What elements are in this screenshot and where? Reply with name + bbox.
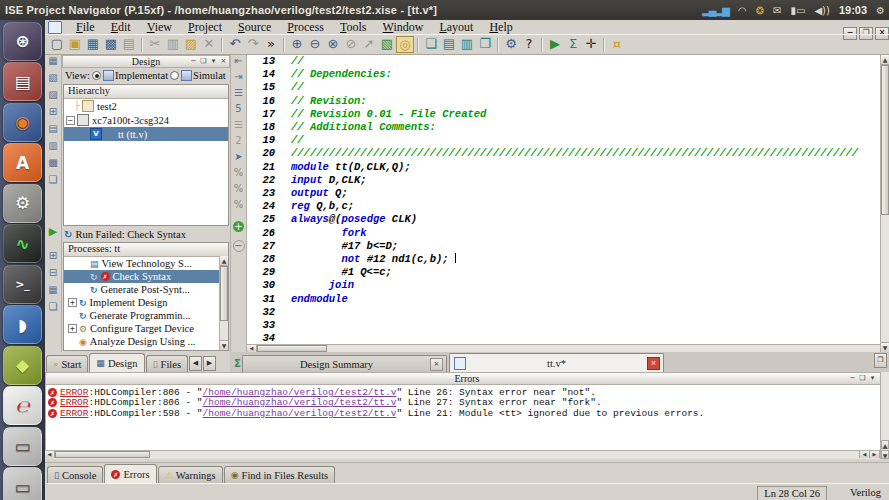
panel-float-icon[interactable]: ❏ bbox=[858, 373, 867, 383]
dock-item-document-app[interactable]: ℮ bbox=[3, 386, 42, 425]
errors-vertical-scrollbar[interactable]: ▲ ▼ bbox=[880, 372, 889, 459]
menu-source[interactable]: Source bbox=[230, 20, 279, 35]
editor-horizontal-scrollbar[interactable]: ◀ bbox=[247, 344, 880, 352]
indent-icon[interactable]: ⇥ bbox=[231, 71, 246, 87]
remove-icon[interactable]: − bbox=[233, 240, 245, 252]
scroll-up-icon[interactable]: ▲ bbox=[881, 440, 889, 449]
process-generate-post[interactable]: ↻ Generate Post-Synt... bbox=[64, 283, 228, 296]
tabs-scroll-left[interactable]: ◀ bbox=[189, 356, 202, 371]
bookmark-list-icon[interactable]: ☰ bbox=[231, 119, 246, 135]
implementation-label[interactable]: Implementat bbox=[115, 70, 168, 81]
tab-find-in-files[interactable]: ◉ Find in Files Results bbox=[224, 466, 336, 483]
comment-icon-3[interactable]: % bbox=[231, 199, 246, 215]
collapse-icon[interactable]: − bbox=[66, 116, 75, 125]
wrench-icon[interactable]: ⚙ bbox=[502, 36, 520, 53]
add-icon[interactable]: + bbox=[233, 221, 244, 232]
scroll-left-icon[interactable]: ◀ bbox=[45, 451, 55, 458]
open-icon[interactable]: ▣ bbox=[66, 36, 84, 53]
error-file-link[interactable]: /home/huangzhao/verilog/test2/tt.v bbox=[203, 408, 397, 419]
outdent-icon[interactable]: ⇤ bbox=[231, 55, 246, 71]
code-editor[interactable]: 13// 14// Dependencies: 15// 16// Revisi… bbox=[247, 55, 880, 344]
cascade-windows-icon[interactable]: ❏ bbox=[422, 36, 440, 53]
print-icon[interactable]: ▤ bbox=[120, 36, 138, 53]
dock-item-cube-app[interactable]: ◆ bbox=[3, 346, 42, 385]
tab-errors[interactable]: ✗ Errors bbox=[104, 464, 156, 483]
save-all-icon[interactable]: ▩ bbox=[102, 36, 120, 53]
menu-window[interactable]: Window bbox=[375, 20, 432, 35]
panel-pin-icon[interactable]: ▾ bbox=[868, 373, 877, 383]
processes-header[interactable]: Processes: tt bbox=[64, 243, 228, 257]
battery-icon[interactable]: ▮▭ bbox=[790, 5, 805, 16]
check-doc-icon[interactable]: ▧ bbox=[378, 36, 396, 53]
scroll-thumb[interactable] bbox=[55, 451, 150, 458]
window-icon[interactable]: ❏ bbox=[45, 301, 61, 318]
rerun-icon[interactable]: ↻ bbox=[64, 229, 72, 240]
scroll-up-icon[interactable]: ▲ bbox=[220, 256, 228, 266]
menu-process[interactable]: Process bbox=[279, 20, 332, 35]
lightbulb-icon[interactable]: ¤ bbox=[608, 36, 626, 53]
strip-icon-8[interactable]: ❏ bbox=[45, 174, 61, 191]
zoom-in-icon[interactable]: ⊕ bbox=[288, 36, 306, 53]
expand-icon[interactable]: + bbox=[68, 298, 77, 307]
menu-view[interactable]: View bbox=[139, 20, 180, 35]
scroll-thumb[interactable] bbox=[220, 266, 228, 321]
menu-file[interactable]: File bbox=[68, 20, 103, 35]
tree-item-device[interactable]: − xc7a100t-3csg324 bbox=[64, 113, 228, 127]
process-check-syntax[interactable]: ↻ ✗ Check Syntax bbox=[64, 270, 228, 283]
tile-horizontal-icon[interactable]: ▤ bbox=[440, 36, 458, 53]
panel-close-icon[interactable]: × bbox=[219, 56, 228, 66]
scroll-down-icon[interactable]: ▼ bbox=[220, 340, 228, 350]
tab-files[interactable]: ▯ Files bbox=[146, 355, 188, 372]
undo-icon[interactable]: ↶ bbox=[226, 36, 244, 53]
tab-design[interactable]: ▦ Design bbox=[89, 353, 144, 372]
process-view-technology[interactable]: ▤ View Technology S... bbox=[64, 257, 228, 270]
dock-item-firefox[interactable]: ◉ bbox=[3, 103, 42, 142]
close-tab-icon[interactable]: × bbox=[430, 358, 443, 371]
scroll-left-icon[interactable]: ◀ bbox=[859, 451, 870, 458]
find-active-icon[interactable]: ◎ bbox=[396, 36, 414, 53]
dock-item-settings[interactable]: ⚙ bbox=[3, 184, 42, 223]
zoom-out-icon[interactable]: ⊖ bbox=[306, 36, 324, 53]
copy-icon[interactable]: ▥ bbox=[164, 36, 182, 53]
new-icon[interactable]: ▢ bbox=[48, 36, 66, 53]
tab-console[interactable]: ▯ Console bbox=[47, 466, 103, 483]
close-tab-icon[interactable]: × bbox=[647, 357, 660, 370]
hierarchy-header[interactable]: Hierarchy bbox=[64, 85, 228, 99]
properties-icon[interactable]: ▦ bbox=[45, 284, 61, 301]
tab-overflow-icon[interactable]: ❐ bbox=[874, 353, 887, 368]
scroll-thumb[interactable] bbox=[257, 345, 327, 352]
dock-item-text-tool[interactable]: A bbox=[3, 143, 42, 182]
expand-all-icon[interactable]: ⊞ bbox=[45, 250, 61, 267]
editor-vertical-scrollbar[interactable]: ▲ ▼ bbox=[880, 55, 889, 352]
strip-icon-1[interactable]: ▦ bbox=[45, 55, 61, 72]
simulation-label[interactable]: Simulat bbox=[193, 70, 226, 81]
comment-icon-2[interactable]: % bbox=[231, 183, 246, 199]
zoom-region-icon[interactable]: ⊘ bbox=[342, 36, 360, 53]
select-icon[interactable]: ➚ bbox=[360, 36, 378, 53]
paste-icon[interactable]: ▨ bbox=[182, 36, 200, 53]
dock-item-files[interactable]: ▤ bbox=[3, 62, 42, 101]
menu-help[interactable]: Help bbox=[481, 20, 520, 35]
menu-tools[interactable]: Tools bbox=[332, 20, 375, 35]
context-help-icon[interactable]: ? bbox=[520, 36, 538, 53]
tab-design-summary[interactable]: Design Summary × bbox=[242, 355, 447, 372]
session-menu-icon[interactable]: ⚙ bbox=[876, 5, 885, 16]
tree-item-module-tt[interactable]: V ∴ tt (tt.v) bbox=[64, 127, 228, 141]
strip-icon-5[interactable]: ▤ bbox=[45, 123, 61, 140]
volume-icon[interactable]: ◀)) bbox=[814, 5, 830, 16]
dock-item-ubuntu-dash[interactable]: ⊛ bbox=[3, 22, 42, 61]
wifi-icon[interactable]: ◠ bbox=[738, 5, 747, 16]
error-link[interactable]: ERROR bbox=[60, 397, 89, 408]
bookmark-5-icon[interactable]: 5 bbox=[231, 103, 246, 119]
dock-item-terminal[interactable]: >_ bbox=[3, 265, 42, 304]
simulation-radio[interactable] bbox=[170, 71, 179, 80]
strip-icon-6[interactable]: ▥ bbox=[45, 140, 61, 157]
save-icon[interactable]: ▦ bbox=[84, 36, 102, 53]
tree-item-project[interactable]: ├ test2 bbox=[64, 99, 228, 113]
dock-item-thunderbird[interactable]: ◗ bbox=[3, 305, 42, 344]
menu-project[interactable]: Project bbox=[180, 20, 230, 35]
process-implement-design[interactable]: + ↻ Implement Design bbox=[64, 296, 228, 309]
process-analyze-design[interactable]: ◉ Analyze Design Using ... bbox=[64, 335, 228, 348]
more-icon[interactable]: » bbox=[262, 36, 280, 53]
expand-icon[interactable]: + bbox=[68, 324, 77, 333]
